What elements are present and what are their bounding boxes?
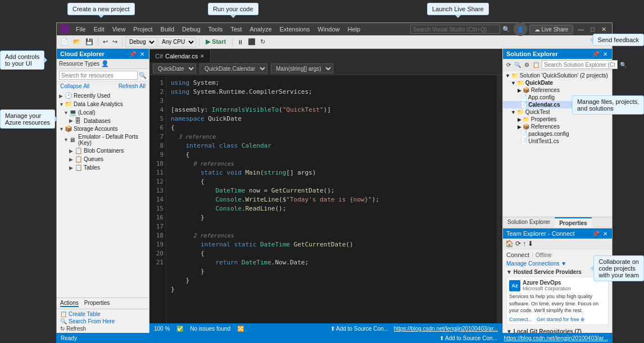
class-select[interactable]: QuickDate.Calendar bbox=[199, 63, 267, 74]
se-unittest[interactable]: 📄 UnitTest1.cs bbox=[503, 138, 612, 145]
method-select[interactable]: Main(string[] args) bbox=[271, 63, 333, 74]
se-pin-button[interactable]: 📌 bbox=[591, 51, 600, 57]
search-input[interactable] bbox=[410, 25, 500, 34]
properties-tab[interactable]: Properties bbox=[84, 300, 110, 307]
menu-project[interactable]: Project bbox=[130, 25, 156, 34]
se-search-btn[interactable]: 🔍 bbox=[619, 61, 628, 68]
te-refresh-btn[interactable]: ⟳ bbox=[515, 240, 521, 248]
collapse-row: Collapse All Refresh All bbox=[57, 82, 149, 90]
tab-properties[interactable]: Properties bbox=[555, 217, 591, 228]
refresh-all-link[interactable]: Refresh All bbox=[119, 83, 146, 89]
se-search-input[interactable] bbox=[542, 60, 618, 69]
cloud-explorer-pin[interactable]: 📌 bbox=[128, 51, 137, 57]
resource-search-button[interactable]: 👤 bbox=[101, 60, 109, 67]
tooltip-create-project: Create a new project bbox=[67, 3, 135, 15]
tree-tables[interactable]: ▶ 📋 Tables bbox=[57, 163, 149, 172]
azure-connect-link[interactable]: Connect... bbox=[509, 317, 532, 322]
maximize-button[interactable]: □ bbox=[588, 26, 597, 33]
se-btn-3[interactable]: ⚙ bbox=[523, 61, 530, 68]
blog-url[interactable]: https://blog.csdn.net/lengjin20100403/ar… bbox=[394, 326, 498, 332]
editor-tab-calendar[interactable]: C# Calendar.cs ✕ bbox=[149, 49, 211, 62]
expand-recently-used: ▶ bbox=[59, 93, 65, 99]
menu-view[interactable]: View bbox=[109, 25, 129, 34]
te-close-button[interactable]: ✕ bbox=[602, 231, 609, 237]
toolbar-save[interactable]: 💾 bbox=[84, 38, 95, 46]
refresh-link[interactable]: ↻ Refresh bbox=[60, 326, 146, 332]
te-pin-button[interactable]: 📌 bbox=[591, 231, 600, 237]
menu-test[interactable]: Test bbox=[227, 25, 245, 34]
te-home-btn[interactable]: 🏠 bbox=[505, 240, 514, 248]
collapse-all-link[interactable]: Collapse All bbox=[60, 83, 89, 89]
debug-config-select[interactable]: Debug bbox=[125, 37, 157, 47]
menu-tools[interactable]: Tools bbox=[205, 25, 226, 34]
blog-url-status[interactable]: https://blog.csdn.net/lengjin20100403/ar… bbox=[504, 335, 608, 341]
menu-analyze[interactable]: Analyze bbox=[246, 25, 275, 34]
menu-file[interactable]: File bbox=[72, 25, 89, 34]
se-solution[interactable]: ▼ 📁 Solution 'QuickSolution' (2 projects… bbox=[503, 72, 612, 79]
props-icon: 📁 bbox=[523, 116, 529, 122]
tab-solution-explorer[interactable]: Solution Explorer bbox=[503, 217, 555, 228]
tree-queues[interactable]: ▶ 📋 Queues bbox=[57, 155, 149, 163]
tree-data-lake[interactable]: ▼ 📁 Data Lake Analytics bbox=[57, 100, 149, 108]
toolbar-extra-1[interactable]: ⏸ bbox=[235, 38, 245, 46]
tree-blob[interactable]: ▶ 📋 Blob Containers bbox=[57, 147, 149, 155]
se-btn-2[interactable]: 🔍 bbox=[513, 61, 522, 68]
solution-explorer-title: Solution Explorer bbox=[506, 51, 558, 57]
te-up-btn[interactable]: ↑ bbox=[523, 240, 526, 248]
expand-tables: ▶ bbox=[69, 165, 75, 171]
tree-recently-used[interactable]: ▶ 🕐 Recently Used bbox=[57, 92, 149, 100]
cloud-search-button[interactable]: 🔍 bbox=[139, 72, 147, 79]
tooltip-manage-azure: Manage your Azure resources bbox=[0, 109, 55, 129]
cloud-explorer-close[interactable]: ✕ bbox=[139, 51, 146, 57]
se-close-button[interactable]: ✕ bbox=[602, 51, 609, 57]
se-packages[interactable]: 📄 packages.config bbox=[503, 130, 612, 138]
namespace-select[interactable]: QuickDate bbox=[153, 63, 196, 74]
expand-local: ▼ bbox=[64, 110, 69, 116]
tree-storage-accounts[interactable]: ▼ 📦 Storage Accounts bbox=[57, 125, 149, 133]
menu-debug[interactable]: Debug bbox=[179, 25, 203, 34]
se-btn-4[interactable]: 📋 bbox=[532, 61, 541, 68]
azure-devops-title-row: Az Azure DevOps Microsoft Corporation bbox=[509, 280, 606, 291]
manage-connections-link[interactable]: Manage Connections ▼ bbox=[506, 260, 566, 267]
actions-tab[interactable]: Actions bbox=[60, 300, 79, 307]
minimize-button[interactable]: — bbox=[575, 26, 586, 33]
add-to-source[interactable]: ⬆ Add to Source Con... bbox=[330, 326, 388, 332]
se-expand-solution: ▼ bbox=[505, 73, 510, 79]
se-btn-1[interactable]: ⟳ bbox=[505, 61, 512, 68]
se-references2[interactable]: ▶ 📦 References bbox=[503, 123, 612, 130]
se-properties[interactable]: ▶ 📁 Properties bbox=[503, 116, 612, 123]
editor-scrollbar[interactable] bbox=[497, 75, 502, 323]
search-from-here-link[interactable]: 🔍 Search From Here bbox=[60, 318, 146, 324]
toolbar-open[interactable]: 📂 bbox=[71, 38, 83, 46]
te-down-btn[interactable]: ⬇ bbox=[528, 240, 533, 248]
close-button[interactable]: ✕ bbox=[599, 26, 609, 33]
code-editor[interactable]: using System; using System.Runtime.Compi… bbox=[166, 75, 497, 323]
create-table-link[interactable]: 📋 Create Table bbox=[60, 311, 146, 317]
toolbar-undo[interactable]: ↩ bbox=[101, 38, 110, 46]
database-icon: 🗄 bbox=[75, 117, 83, 124]
start-button[interactable]: ▶ Start bbox=[202, 38, 229, 46]
user-avatar[interactable]: 👤 bbox=[514, 22, 527, 36]
toolbar-extra-3[interactable]: ↻ bbox=[258, 38, 267, 46]
menu-window[interactable]: Window bbox=[314, 25, 343, 34]
live-share-button[interactable]: ☁ Live Share bbox=[529, 25, 574, 34]
tree-databases[interactable]: ▶ 🗄 Databases bbox=[57, 117, 149, 125]
table-icon: 📋 bbox=[75, 164, 83, 171]
se-quickdate[interactable]: ▼ 📁 QuickDate bbox=[503, 79, 612, 86]
toolbar-redo[interactable]: ↪ bbox=[111, 38, 119, 46]
menu-extensions[interactable]: Extensions bbox=[276, 25, 314, 34]
tree-local[interactable]: ▼ 💻 (Local) bbox=[57, 108, 149, 117]
cpu-select[interactable]: Any CPU bbox=[158, 37, 196, 47]
tree-emulator[interactable]: ▼ 🖥 Emulator - Default Ports (Key) bbox=[57, 133, 149, 147]
cloud-search-input[interactable] bbox=[59, 71, 138, 80]
se-references[interactable]: ▶ 📦 References bbox=[503, 86, 612, 94]
tab-close-calendar[interactable]: ✕ bbox=[200, 53, 205, 59]
azure-get-started-link[interactable]: Get started for free ⊕ bbox=[537, 317, 585, 322]
editor-area: C# Calendar.cs ✕ QuickDate QuickDate.Cal… bbox=[149, 49, 502, 333]
toolbar-extra-2[interactable]: ⬛ bbox=[246, 38, 257, 46]
unittest-icon: 📄 bbox=[520, 138, 527, 144]
menu-edit[interactable]: Edit bbox=[90, 25, 108, 34]
toolbar-new-project[interactable]: 📄 bbox=[59, 38, 70, 46]
menu-build[interactable]: Build bbox=[157, 25, 178, 34]
menu-help[interactable]: Help bbox=[344, 25, 364, 34]
